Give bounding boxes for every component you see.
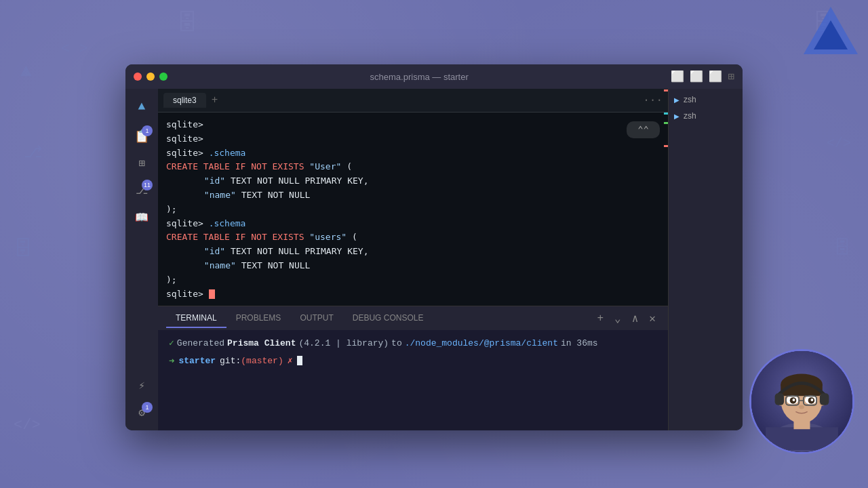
sqlite-tab[interactable]: sqlite3 <box>163 93 206 108</box>
shell-session-1[interactable]: ▶ zsh <box>669 92 743 108</box>
input-cursor <box>209 289 215 299</box>
person-svg <box>751 349 852 452</box>
output-generated-line: ✓ Generated Prisma Client (4.2.1 | libra… <box>169 337 657 351</box>
prompt-directory: starter <box>178 356 216 366</box>
deco-git-left: ⎇ <box>24 142 43 162</box>
prompt-5: sqlite> <box>166 289 209 299</box>
col-id-2: "id" <box>204 246 225 256</box>
sqlite-line-9: CREATE TABLE IF NOT EXISTS "users" ( <box>166 230 660 245</box>
title-bar-actions: ⬜ ⬜ ⬜ ⊞ <box>671 70 734 83</box>
activity-bar: ▲ 📋 1 ⊞ ⎇ 11 📖 ⚡ ⚙ 1 <box>125 89 158 430</box>
layout-icon-1[interactable]: ⬜ <box>671 70 684 83</box>
prompt-4: sqlite> <box>166 218 203 228</box>
create-keyword-2: CREATE TABLE IF NOT EXISTS <box>166 232 304 242</box>
minimize-button[interactable] <box>146 73 155 81</box>
sqlite-line-13: sqlite> <box>166 287 660 302</box>
table-name-users: "users" <box>309 232 347 242</box>
prompt-git-prefix: git:(master) <box>220 356 283 366</box>
editor-area: sqlite3 + ··· ⌃⌃ <box>158 89 668 430</box>
sqlite-line-10: "id" TEXT NOT NULL PRIMARY KEY, <box>166 245 660 259</box>
sqlite-add-tab[interactable]: + <box>212 94 218 106</box>
generated-label: Generated <box>177 337 224 351</box>
col-def-id-2: TEXT NOT NULL PRIMARY KEY, <box>231 246 369 256</box>
sqlite-tab-bar: sqlite3 + ··· <box>158 89 668 113</box>
sqlite-line-11: "name" TEXT NOT NULL <box>166 259 660 273</box>
main-content: ▲ 📋 1 ⊞ ⎇ 11 📖 ⚡ ⚙ 1 <box>125 89 743 430</box>
explorer-badge: 1 <box>142 125 153 136</box>
sqlite-content: sqlite> sqlite> sqlite> .schema CREATE T… <box>158 113 668 306</box>
branch-name: master <box>246 356 278 366</box>
chevron-up-icon: ⌃⌃ <box>637 124 649 136</box>
layout-icon-4[interactable]: ⊞ <box>728 70 734 83</box>
maximize-button[interactable] <box>159 73 167 81</box>
to-word: to <box>391 337 402 351</box>
sqlite-line-8: sqlite> .schema <box>166 217 660 231</box>
sqlite-tab-more[interactable]: ··· <box>643 94 663 106</box>
svg-point-16 <box>793 399 795 401</box>
activity-item-search[interactable]: ⊞ <box>130 151 154 176</box>
close-button[interactable] <box>134 73 142 81</box>
deco-code-left: </> <box>14 417 41 434</box>
prompt-1: sqlite> <box>166 119 203 129</box>
svg-rect-10 <box>775 393 784 405</box>
sqlite-line-2: sqlite> <box>166 132 660 146</box>
schema-cmd-1: .schema <box>209 148 246 158</box>
prompt-3: sqlite> <box>166 148 203 158</box>
layout-icon-2[interactable]: ⬜ <box>690 70 703 83</box>
prisma-client-label: Prisma Client <box>227 337 296 351</box>
tab-problems[interactable]: PROBLEMS <box>226 309 291 328</box>
paren-open-1: ( <box>347 161 352 171</box>
branch-open: ( <box>241 356 246 366</box>
schema-cmd-2: .schema <box>209 218 246 228</box>
deco-db-left: 🗄 <box>14 237 33 260</box>
scrollbar-marker-red2 <box>664 145 668 147</box>
shell-session-2[interactable]: ▶ zsh <box>669 108 743 124</box>
shell-arrow-icon-2: ▶ <box>674 113 679 120</box>
sqlite-line-6: "name" TEXT NOT NULL <box>166 188 660 203</box>
deco-db-mid-r: 🗄 <box>833 237 851 259</box>
git-prefix-text: git: <box>220 356 241 366</box>
scroll-indicator: ⌃⌃ <box>627 121 660 138</box>
collapse-panel-button[interactable]: ∧ <box>628 310 643 327</box>
tab-terminal[interactable]: TERMINAL <box>166 309 226 328</box>
deco-code-topl: < > <box>61 41 88 58</box>
layout-icon-3[interactable]: ⬜ <box>709 70 722 83</box>
sqlite-terminal: sqlite3 + ··· ⌃⌃ <box>158 89 668 306</box>
activity-item-lightning[interactable]: ⚡ <box>130 373 154 398</box>
search-icon: ⊞ <box>138 157 145 170</box>
chevron-down-button[interactable]: ⌄ <box>610 310 625 327</box>
sqlite-line-12: ); <box>166 273 660 287</box>
error-indicator: ✗ <box>288 355 293 366</box>
activity-item-settings[interactable]: ⚙ 1 <box>130 401 154 425</box>
col-id-1: "id" <box>204 176 225 186</box>
col-def-name-2: TEXT NOT NULL <box>241 260 311 270</box>
webcam-person <box>751 351 852 452</box>
svg-point-17 <box>810 399 813 401</box>
shell-cursor <box>297 356 302 365</box>
prompt-2: sqlite> <box>166 134 203 144</box>
deco-triangle-inner-bg <box>814 20 848 49</box>
scrollbar-marker-green <box>664 122 668 124</box>
activity-item-scm[interactable]: ⎇ 11 <box>130 178 154 203</box>
sqlite-line-3: sqlite> .schema <box>166 146 660 161</box>
close-panel-button[interactable]: ✕ <box>645 310 660 327</box>
col-def-name-1: TEXT NOT NULL <box>241 190 311 200</box>
activity-item-explorer[interactable]: 📋 1 <box>130 124 154 148</box>
tab-debug-console[interactable]: DEBUG CONSOLE <box>343 309 433 328</box>
branch-close: ) <box>278 356 283 366</box>
col-def-id-1: TEXT NOT NULL PRIMARY KEY, <box>231 176 369 186</box>
activity-item-prisma[interactable]: ▲ <box>130 94 154 119</box>
sqlite-line-7: ); <box>166 203 660 217</box>
terminal-tab-actions: + ⌄ ∧ ✕ <box>593 310 660 327</box>
create-keyword-1: CREATE TABLE IF NOT EXISTS <box>166 161 304 171</box>
right-scrollbar <box>664 89 668 306</box>
book-icon: 📖 <box>135 211 149 224</box>
add-terminal-button[interactable]: + <box>593 311 608 326</box>
paren-close-1: ); <box>166 204 177 214</box>
version-label: (4.2.1 | library) <box>298 337 389 351</box>
activity-item-book[interactable]: 📖 <box>130 205 154 230</box>
deco-db-top-left: 🗄 <box>176 10 198 37</box>
tab-output[interactable]: OUTPUT <box>290 309 342 328</box>
shell-label-1: zsh <box>684 95 696 104</box>
terminal-panel: TERMINAL PROBLEMS OUTPUT DEBUG CONSOLE +… <box>158 306 668 430</box>
